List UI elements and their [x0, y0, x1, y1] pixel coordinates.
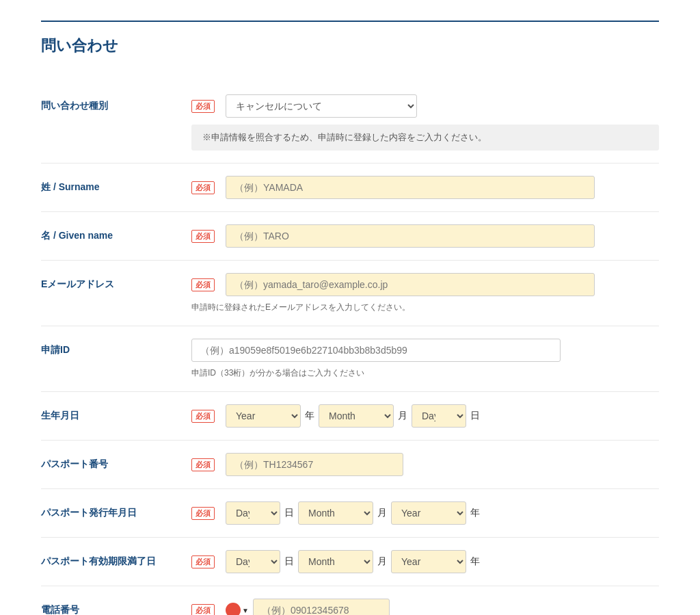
birthdate-month-unit: 月	[398, 410, 407, 422]
application-id-input[interactable]	[191, 339, 561, 362]
given-name-input[interactable]	[226, 224, 595, 248]
email-required: 必須	[191, 278, 215, 291]
passport-expiry-year-select[interactable]: Year	[391, 550, 466, 573]
email-row: Eメールアドレス 必須 申請時に登録されたEメールアドレスを入力してください。	[41, 261, 659, 326]
flag-circle-icon	[226, 603, 241, 615]
birthdate-input-row: 必須 Year 年 Month 月 Day 日	[191, 404, 659, 428]
inquiry-type-required: 必須	[191, 100, 215, 113]
phone-content: 必須 ▼ ※固定電話または携帯電話を入力してください。先頭の0は省略されて登録さ…	[191, 599, 659, 615]
birthdate-year-select[interactable]: Year	[226, 404, 301, 428]
birthdate-day-select[interactable]: Day	[412, 404, 466, 428]
passport-expiry-required: 必須	[191, 555, 215, 568]
section-divider	[41, 21, 659, 22]
passport-expiry-content: 必須 Day 日 Month 月 Year 年	[191, 550, 659, 573]
phone-input-row: 必須 ▼	[191, 599, 659, 615]
passport-expiry-input-row: 必須 Day 日 Month 月 Year 年	[191, 550, 659, 573]
passport-expiry-month-select[interactable]: Month	[298, 550, 373, 573]
application-id-content: 申請ID（33桁）が分かる場合はご入力ください	[191, 339, 659, 379]
birthdate-year-unit: 年	[305, 410, 314, 422]
flag-dropdown-icon[interactable]: ▼	[242, 607, 249, 614]
email-input[interactable]	[226, 273, 595, 296]
birthdate-row: 生年月日 必須 Year 年 Month 月 Day 日	[41, 392, 659, 441]
birthdate-content: 必須 Year 年 Month 月 Day 日	[191, 404, 659, 428]
passport-issue-input-row: 必須 Day 日 Month 月 Year 年	[191, 501, 659, 525]
phone-row: 電話番号 必須 ▼ ※固定電話または携帯電話を入力してください。先頭の0は省略さ…	[41, 586, 659, 615]
inquiry-type-content: 必須 キャンセルについて 変更について その他 ※申請情報を照合するため、申請時…	[191, 94, 659, 151]
passport-issue-month-unit: 月	[377, 507, 387, 519]
surname-label: 姓 / Surname	[41, 176, 191, 194]
phone-flag-container: ▼	[226, 603, 249, 615]
given-name-label: 名 / Given name	[41, 224, 191, 242]
surname-row: 姓 / Surname 必須	[41, 163, 659, 212]
application-id-hint: 申請ID（33桁）が分かる場合はご入力ください	[191, 367, 659, 379]
passport-expiry-year-unit: 年	[470, 555, 480, 568]
birthdate-required: 必須	[191, 410, 215, 423]
given-name-required: 必須	[191, 230, 215, 243]
passport-number-row: パスポート番号 必須	[41, 441, 659, 489]
passport-issue-label: パスポート発行年月日	[41, 501, 191, 519]
given-name-content: 必須	[191, 224, 659, 248]
page-title: 問い合わせ	[41, 36, 659, 62]
email-label: Eメールアドレス	[41, 273, 191, 291]
surname-input[interactable]	[226, 176, 595, 199]
given-name-input-row: 必須	[191, 224, 659, 248]
passport-number-content: 必須	[191, 453, 659, 476]
passport-issue-day-select[interactable]: Day	[226, 501, 280, 525]
passport-issue-content: 必須 Day 日 Month 月 Year 年	[191, 501, 659, 525]
inquiry-type-row: 問い合わせ種別 必須 キャンセルについて 変更について その他 ※申請情報を照合…	[41, 82, 659, 163]
passport-number-required: 必須	[191, 458, 215, 471]
application-id-label: 申請ID	[41, 339, 191, 356]
birthdate-label: 生年月日	[41, 404, 191, 422]
passport-number-label: パスポート番号	[41, 453, 191, 471]
passport-number-input-row: 必須	[191, 453, 659, 476]
email-hint: 申請時に登録されたEメールアドレスを入力してください。	[191, 302, 659, 313]
passport-issue-row: パスポート発行年月日 必須 Day 日 Month 月 Year 年	[41, 489, 659, 538]
application-id-input-row	[191, 339, 659, 362]
passport-issue-month-select[interactable]: Month	[298, 501, 373, 525]
inquiry-type-input-row: 必須 キャンセルについて 変更について その他	[191, 94, 659, 118]
passport-expiry-label: パスポート有効期限満了日	[41, 550, 191, 568]
surname-required: 必須	[191, 181, 215, 194]
given-name-row: 名 / Given name 必須	[41, 212, 659, 261]
inquiry-type-label: 問い合わせ種別	[41, 94, 191, 112]
page-container: 問い合わせ 問い合わせ種別 必須 キャンセルについて 変更について その他 ※申…	[0, 0, 700, 615]
surname-content: 必須	[191, 176, 659, 199]
passport-expiry-day-unit: 日	[284, 555, 294, 568]
passport-issue-year-unit: 年	[470, 507, 480, 519]
phone-input[interactable]	[253, 599, 390, 615]
birthdate-month-select[interactable]: Month	[319, 404, 394, 428]
passport-expiry-month-unit: 月	[377, 555, 387, 568]
phone-required: 必須	[191, 604, 215, 616]
notice-box: ※申請情報を照合するため、申請時に登録した内容をご入力ください。	[191, 125, 659, 151]
phone-label: 電話番号	[41, 599, 191, 615]
email-content: 必須 申請時に登録されたEメールアドレスを入力してください。	[191, 273, 659, 313]
surname-input-row: 必須	[191, 176, 659, 199]
passport-expiry-day-select[interactable]: Day	[226, 550, 280, 573]
passport-issue-year-select[interactable]: Year	[391, 501, 466, 525]
passport-issue-required: 必須	[191, 507, 215, 520]
passport-issue-day-unit: 日	[284, 507, 294, 519]
passport-number-input[interactable]	[226, 453, 403, 476]
birthdate-day-unit: 日	[470, 410, 480, 422]
application-id-row: 申請ID 申請ID（33桁）が分かる場合はご入力ください	[41, 326, 659, 392]
passport-expiry-row: パスポート有効期限満了日 必須 Day 日 Month 月 Year 年	[41, 538, 659, 586]
inquiry-type-select[interactable]: キャンセルについて 変更について その他	[226, 94, 417, 118]
email-input-row: 必須	[191, 273, 659, 296]
